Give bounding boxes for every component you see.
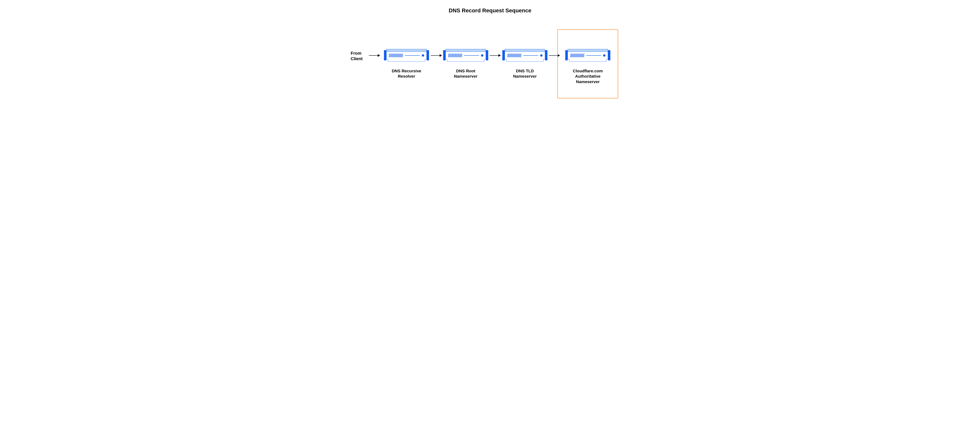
vent-icon	[507, 54, 521, 57]
diagram-title: DNS Record Request Sequence	[342, 8, 638, 14]
slot-icon	[405, 55, 420, 56]
led-icon	[540, 54, 542, 57]
diagram-canvas: DNS Record Request Sequence FromClient D…	[342, 0, 638, 118]
vent-icon	[570, 54, 584, 57]
server-label: DNS RootNameserver	[442, 68, 489, 79]
led-icon	[481, 54, 483, 57]
server-node: DNS RootNameserver	[442, 49, 489, 79]
source-label: FromClient	[351, 51, 363, 61]
server-label: DNS RecursiveResolver	[383, 68, 430, 79]
server-label: DNS TLDNameserver	[501, 68, 549, 79]
server-icon	[565, 49, 610, 62]
led-icon	[422, 54, 424, 57]
server-icon	[443, 49, 488, 62]
led-icon	[603, 54, 605, 57]
arrow-icon	[490, 55, 501, 56]
server-label: Cloudflare.comAuthoritativeNameserver	[564, 68, 611, 84]
slot-icon	[523, 55, 538, 56]
vent-icon	[448, 54, 462, 57]
slot-icon	[464, 55, 479, 56]
arrow-icon	[431, 55, 442, 56]
server-node: DNS RecursiveResolver	[383, 49, 430, 79]
slot-icon	[586, 55, 601, 56]
server-node: Cloudflare.comAuthoritativeNameserver	[564, 49, 611, 84]
server-node: DNS TLDNameserver	[501, 49, 549, 79]
server-icon	[502, 49, 547, 62]
vent-icon	[389, 54, 403, 57]
server-icon	[384, 49, 429, 62]
arrow-icon	[369, 55, 380, 56]
